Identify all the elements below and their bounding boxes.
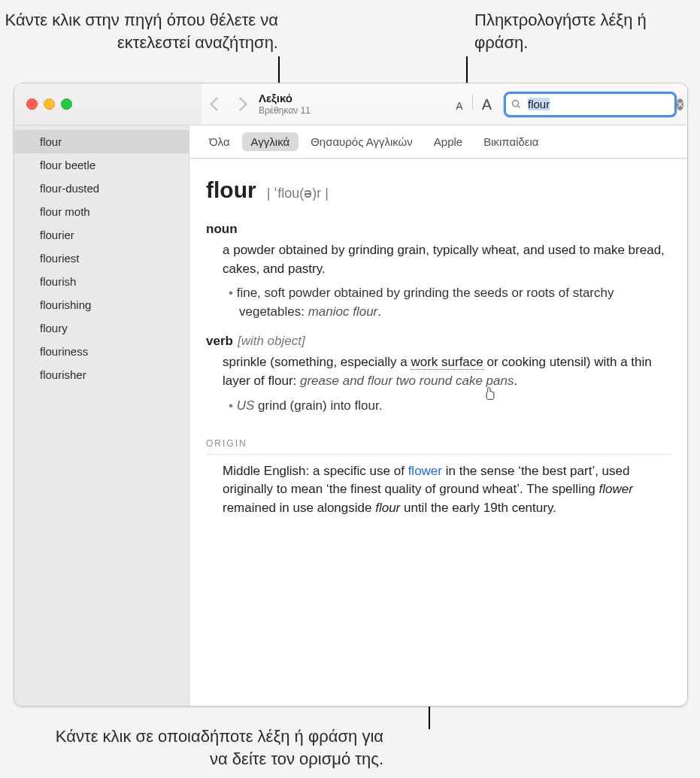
- search-field[interactable]: ✕: [504, 92, 677, 117]
- sidebar-item[interactable]: flour: [14, 130, 189, 153]
- clear-search-button[interactable]: ✕: [677, 98, 683, 110]
- sub-definition[interactable]: US grind (grain) into flour.: [229, 397, 671, 416]
- main-pane: Όλα Αγγλικά Θησαυρός Αγγλικών Apple Βικι…: [189, 126, 687, 707]
- forward-button[interactable]: [235, 99, 245, 109]
- sidebar-item[interactable]: floury: [14, 316, 189, 340]
- window-controls: [14, 83, 202, 125]
- part-of-speech-noun: noun: [206, 220, 671, 239]
- zoom-window-button[interactable]: [61, 98, 72, 110]
- callout-search: Πληκτρολογήστε λέξη ή φράση.: [474, 9, 670, 54]
- sidebar: flour flour beetle flour-dusted flour mo…: [14, 126, 189, 707]
- callout-lead-line: [466, 56, 468, 86]
- callout-sources: Κάντε κλικ στην πηγή όπου θέλετε να εκτε…: [0, 9, 278, 54]
- sidebar-item[interactable]: flouriness: [14, 340, 189, 363]
- origin-heading: ORIGIN: [206, 437, 671, 454]
- sidebar-item[interactable]: flouriest: [14, 247, 189, 270]
- source-tabs: Όλα Αγγλικά Θησαυρός Αγγλικών Apple Βικι…: [189, 126, 687, 159]
- origin-text[interactable]: Middle English: a specific use of flower…: [223, 462, 671, 518]
- search-icon: [511, 98, 522, 110]
- part-of-speech-verb: verb[with object]: [206, 332, 671, 351]
- toolbar: Λεξικό Βρέθηκαν 11 A A ✕: [202, 83, 687, 125]
- source-tab-thesaurus[interactable]: Θησαυρός Αγγλικών: [302, 132, 422, 151]
- svg-point-0: [513, 101, 519, 107]
- example-text: manioc flour: [308, 304, 378, 319]
- region-label: US: [237, 398, 255, 413]
- source-tab-english[interactable]: Αγγλικά: [242, 132, 299, 151]
- sidebar-item[interactable]: flourishing: [14, 293, 189, 316]
- origin-link[interactable]: flower: [408, 464, 442, 478]
- source-tab-apple[interactable]: Apple: [425, 132, 471, 151]
- svg-line-1: [518, 106, 520, 108]
- search-input[interactable]: [526, 97, 672, 111]
- decrease-font-button[interactable]: A: [456, 100, 462, 112]
- sub-definition[interactable]: fine, soft powder obtained by grinding t…: [229, 284, 671, 321]
- grammar-note: [with object]: [238, 334, 305, 348]
- window-title-block: Λεξικό Βρέθηκαν 11: [259, 92, 311, 116]
- lookup-term[interactable]: work surface: [411, 355, 483, 370]
- nav-buttons: [212, 99, 245, 109]
- headword: flour: [206, 174, 256, 207]
- callout-click-word: Κάντε κλικ σε οποιαδήποτε λέξη ή φράση γ…: [53, 725, 383, 770]
- dictionary-window: Λεξικό Βρέθηκαν 11 A A ✕ flour f: [14, 83, 688, 707]
- source-tab-wikipedia[interactable]: Βικιπαίδεια: [474, 132, 547, 151]
- back-button[interactable]: [212, 99, 222, 109]
- sidebar-item[interactable]: flourisher: [14, 363, 189, 386]
- close-window-button[interactable]: [26, 98, 38, 110]
- sidebar-item[interactable]: flour moth: [14, 200, 189, 223]
- window-subtitle: Βρέθηκαν 11: [259, 105, 311, 117]
- source-tab-all[interactable]: Όλα: [200, 132, 239, 151]
- titlebar: Λεξικό Βρέθηκαν 11 A A ✕: [14, 83, 687, 126]
- sub-definition-text: fine, soft powder obtained by grinding t…: [237, 286, 614, 319]
- divider: [472, 95, 473, 110]
- font-size-controls: A A: [456, 95, 496, 114]
- definition-content: flour | ˈflou(ə)r | noun a powder obtain…: [189, 159, 687, 707]
- minimize-window-button[interactable]: [44, 98, 55, 110]
- pronunciation: | ˈflou(ə)r |: [267, 183, 329, 203]
- sidebar-item[interactable]: flour-dusted: [14, 177, 189, 200]
- sidebar-item[interactable]: flourish: [14, 270, 189, 293]
- definition-text[interactable]: a powder obtained by grinding grain, typ…: [223, 241, 671, 278]
- example-text: grease and flour two round cake pans: [300, 374, 514, 388]
- definition-text[interactable]: sprinkle (something, especially a work s…: [223, 353, 671, 390]
- window-title: Λεξικό: [259, 92, 311, 104]
- sidebar-item[interactable]: flour beetle: [14, 153, 189, 177]
- sidebar-item[interactable]: flourier: [14, 223, 189, 247]
- increase-font-button[interactable]: A: [482, 96, 492, 114]
